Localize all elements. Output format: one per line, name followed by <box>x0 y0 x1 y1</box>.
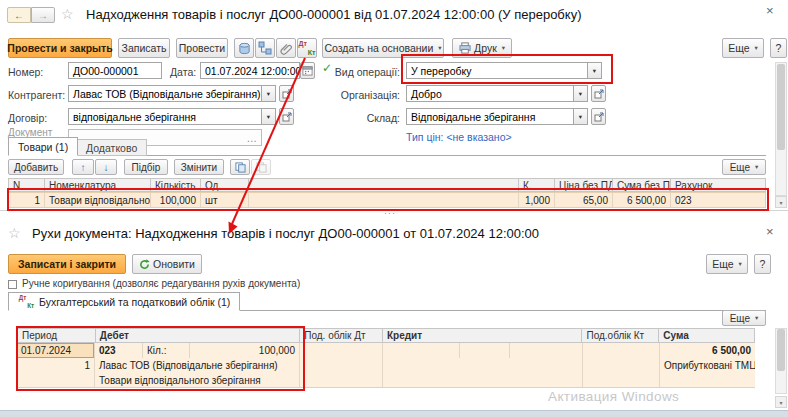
cell-tax-kt[interactable] <box>583 343 660 358</box>
contract-field[interactable]: відповідальне зберігання <box>68 108 262 125</box>
cell-debit-account[interactable]: 023 <box>95 343 143 358</box>
nav-forward-button[interactable]: → <box>31 7 55 23</box>
ellipsis-button[interactable]: … <box>247 132 258 144</box>
warehouse-dropdown[interactable]: ▾ <box>574 108 588 125</box>
organization-open-button[interactable] <box>591 85 606 102</box>
movements-table-more-button[interactable]: Еще ▾ <box>722 310 766 326</box>
cell-k[interactable]: 1,000 <box>519 193 555 207</box>
document-structure-button[interactable] <box>255 38 275 58</box>
movements-row-line3[interactable]: Товари відповідального зберігання <box>17 373 755 388</box>
cell-unit[interactable]: шт <box>201 193 249 207</box>
copy-rows-button[interactable] <box>230 159 250 175</box>
cell-price[interactable]: 65,00 <box>555 193 613 207</box>
cell-line-no[interactable]: 1 <box>17 358 95 373</box>
cell-sum[interactable]: 6 500,00 <box>613 193 671 207</box>
cell-analytics2[interactable]: Товари відповідального зберігання <box>95 373 300 387</box>
cell-credit3[interactable] <box>383 373 583 387</box>
price-type-link[interactable]: Тип цін: <не вказано> <box>406 131 512 143</box>
movements-help-button[interactable]: ? <box>754 254 771 274</box>
col-header-tax-dt[interactable]: Под. облік Дт <box>300 329 383 342</box>
movements-scrollbar-thumb[interactable] <box>777 329 785 371</box>
col-header-debit[interactable]: Дебет <box>96 329 300 342</box>
cell-sum-note[interactable]: Оприбутковані ТМЦ <box>660 358 755 373</box>
post-and-close-button[interactable]: Провести и закрыть <box>8 38 112 58</box>
print-button[interactable]: Друк ▾ <box>452 38 512 58</box>
movements-row-line1[interactable]: 01.07.2024 023 Кіл.: 100,000 6 500,00 <box>17 343 755 358</box>
attachments-button[interactable] <box>276 38 296 58</box>
cell-qty[interactable]: 100,000 <box>190 343 300 358</box>
cell-qty[interactable]: 100,000 <box>151 193 201 207</box>
items-table-row[interactable]: 1 Товари відповідального з... 100,000 шт… <box>8 192 766 208</box>
cell-sum-empty[interactable] <box>660 373 755 387</box>
col-header-period[interactable]: Период <box>18 329 96 342</box>
col-header-tax-kt[interactable]: Под.облік Кт <box>582 329 659 342</box>
posting-journal-button[interactable] <box>234 38 254 58</box>
cell-account[interactable]: 023 <box>671 193 765 207</box>
tab-accounting[interactable]: Дт Кт Бухгалтерський та податковий облік… <box>8 292 240 311</box>
col-header-qty[interactable]: Кількість <box>151 179 201 191</box>
tab-goods[interactable]: Товари (1) <box>8 137 78 156</box>
pick-button[interactable]: Підбір <box>124 159 168 175</box>
splitter-handle[interactable]: ··· <box>384 208 396 218</box>
col-header-blank[interactable] <box>249 179 519 191</box>
movements-row-line2[interactable]: 1 Лавас ТОВ (Відповідальне зберігання) О… <box>17 358 755 373</box>
movements-more-button[interactable]: Еще ▾ <box>706 254 748 274</box>
favorite-star-icon[interactable]: ☆ <box>61 6 74 22</box>
col-header-credit[interactable]: Кредит <box>383 329 582 342</box>
cell-blank[interactable] <box>249 193 519 207</box>
cell-tax-dt3[interactable] <box>300 373 383 387</box>
cell-credit-account[interactable] <box>383 343 460 358</box>
cell-period[interactable]: 01.07.2024 <box>17 343 95 358</box>
help-button[interactable]: ? <box>770 38 787 58</box>
cell-analytics1[interactable]: Лавас ТОВ (Відповідальне зберігання) <box>95 358 300 373</box>
col-header-k[interactable]: К. <box>519 179 555 191</box>
more-button[interactable]: Еще ▾ <box>722 38 764 58</box>
manual-adjustment-checkbox[interactable] <box>8 280 17 289</box>
col-header-price[interactable]: Ціна без ПДВ <box>555 179 613 191</box>
contractor-open-button[interactable] <box>279 85 294 102</box>
close-icon[interactable]: × <box>766 224 774 239</box>
create-based-on-button[interactable]: Создать на основании ▾ <box>322 38 444 58</box>
save-and-close-button[interactable]: Записати і закрити <box>8 254 126 274</box>
operation-kind-combo[interactable]: У переробку <box>406 62 588 79</box>
cell-qty-label[interactable]: Кіл.: <box>143 343 190 358</box>
favorite-star-icon[interactable]: ☆ <box>8 225 21 241</box>
cell-empty[interactable] <box>17 373 95 387</box>
warehouse-field[interactable]: Відповідальне зберігання <box>406 108 574 125</box>
cell-credit-sub1[interactable] <box>460 343 510 358</box>
scrollbar-thumb[interactable] <box>777 64 785 150</box>
move-up-button[interactable]: ↑ <box>72 159 94 175</box>
cell-credit2[interactable] <box>383 358 583 373</box>
change-button[interactable]: Змінити <box>174 159 224 175</box>
cell-tax-dt2[interactable] <box>300 358 383 373</box>
scrollbar-down-arrow[interactable]: ▾ <box>775 196 787 208</box>
cell-nomenclature[interactable]: Товари відповідального з... <box>45 193 151 207</box>
cell-tax-kt3[interactable] <box>583 373 660 387</box>
move-down-button[interactable]: ↓ <box>95 159 117 175</box>
warehouse-open-button[interactable] <box>591 108 606 125</box>
tab-extra[interactable]: Додатково <box>76 139 147 156</box>
col-header-sum[interactable]: Сума без ПДВ <box>613 179 671 191</box>
cell-sum[interactable]: 6 500,00 <box>660 343 755 358</box>
col-header-account[interactable]: Рахунок <box>671 179 765 191</box>
cell-tax-kt2[interactable] <box>583 358 660 373</box>
number-field[interactable]: ДО00-000001 <box>68 62 162 79</box>
cell-credit-sub2[interactable] <box>510 343 583 358</box>
operation-kind-dropdown[interactable]: ▾ <box>588 62 602 79</box>
col-header-sum[interactable]: Сума <box>659 329 754 342</box>
dtkt-postings-button[interactable]: Дт Кт <box>297 38 317 58</box>
add-row-button[interactable]: Добавить <box>8 159 64 175</box>
organization-field[interactable]: Добро <box>406 85 574 102</box>
post-button[interactable]: Провести <box>176 38 228 58</box>
cell-n[interactable]: 1 <box>9 193 45 207</box>
contract-dropdown[interactable]: ▾ <box>262 108 276 125</box>
cell-tax-dt[interactable] <box>300 343 383 358</box>
close-icon[interactable]: × <box>766 3 774 18</box>
movements-scrollbar-down-arrow[interactable]: ▾ <box>775 396 787 408</box>
date-field[interactable]: 01.07.2024 12:00:00 <box>200 62 300 79</box>
paste-rows-button[interactable] <box>251 159 271 175</box>
contractor-field[interactable]: Лавас ТОВ (Відповідальне зберігання) <box>68 85 262 102</box>
col-header-nomenclature[interactable]: Номенклатура <box>45 179 151 191</box>
nav-back-button[interactable]: ← <box>7 7 31 23</box>
write-button[interactable]: Записать <box>118 38 170 58</box>
